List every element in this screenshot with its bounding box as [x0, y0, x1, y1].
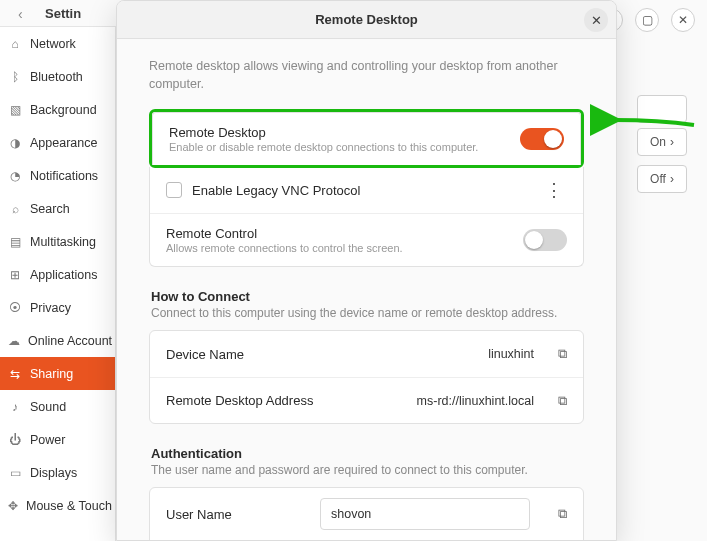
- mouse-touch-icon: ✥: [8, 499, 18, 513]
- applications-icon: ⊞: [8, 268, 22, 282]
- chevron-right-icon: ›: [670, 172, 674, 186]
- sidebar-item-label: Power: [30, 433, 65, 447]
- legacy-vnc-checkbox[interactable]: [166, 182, 182, 198]
- legacy-vnc-row: Enable Legacy VNC Protocol ⋮: [150, 167, 583, 213]
- sidebar-item-label: Privacy: [30, 301, 71, 315]
- network-icon: ⌂: [8, 37, 22, 51]
- sidebar-item-label: Applications: [30, 268, 97, 282]
- device-name-label: Device Name: [166, 347, 244, 362]
- username-input[interactable]: [320, 498, 530, 530]
- address-row: Remote Desktop Address ms-rd://linuxhint…: [150, 377, 583, 423]
- sidebar-item-bluetooth[interactable]: ᛒBluetooth: [0, 60, 115, 93]
- sidebar-item-notifications[interactable]: ◔Notifications: [0, 159, 115, 192]
- remote-desktop-dialog: Remote Desktop ✕ Remote desktop allows v…: [116, 0, 617, 541]
- remote-desktop-switch[interactable]: [520, 128, 564, 150]
- dialog-title: Remote Desktop: [315, 12, 418, 27]
- copy-address-button[interactable]: ⧉: [558, 393, 567, 409]
- bluetooth-icon: ᛒ: [8, 70, 22, 84]
- notifications-icon: ◔: [8, 169, 22, 183]
- sidebar-item-label: Sharing: [30, 367, 73, 381]
- sidebar-item-label: Multitasking: [30, 235, 96, 249]
- appearance-icon: ◑: [8, 136, 22, 150]
- settings-sidebar: ⌂NetworkᛒBluetooth▧Background◑Appearance…: [0, 26, 116, 541]
- sidebar-item-appearance[interactable]: ◑Appearance: [0, 126, 115, 159]
- copy-username-button[interactable]: ⧉: [558, 506, 567, 522]
- power-icon: ⏻: [8, 433, 22, 447]
- username-label: User Name: [166, 507, 232, 522]
- sidebar-item-sound[interactable]: ♪Sound: [0, 390, 115, 423]
- sidebar-item-applications[interactable]: ⊞Applications: [0, 258, 115, 291]
- background-icon: ▧: [8, 103, 22, 117]
- copy-device-name-button[interactable]: ⧉: [558, 346, 567, 362]
- remote-control-row: Remote Control Allows remote connections…: [150, 213, 583, 266]
- multitasking-icon: ▤: [8, 235, 22, 249]
- device-name-row: Device Name linuxhint ⧉: [150, 331, 583, 377]
- username-row: User Name ⧉: [150, 488, 583, 540]
- sidebar-item-label: Sound: [30, 400, 66, 414]
- sidebar-item-label: Mouse & Touch: [26, 499, 112, 513]
- remote-desktop-row: Remote Desktop Enable or disable remote …: [153, 113, 580, 165]
- remote-desktop-title: Remote Desktop: [169, 125, 478, 140]
- behind-toggle-off-label: Off: [650, 172, 666, 186]
- sidebar-item-multitasking[interactable]: ▤Multitasking: [0, 225, 115, 258]
- online-account-icon: ☁: [8, 334, 20, 348]
- sidebar-item-search[interactable]: ⌕Search: [0, 192, 115, 225]
- behind-toggle-off[interactable]: Off ›: [637, 165, 687, 193]
- sidebar-item-privacy[interactable]: ⦿Privacy: [0, 291, 115, 324]
- sidebar-item-power[interactable]: ⏻Power: [0, 423, 115, 456]
- settings-title: Settin: [45, 6, 81, 21]
- sidebar-item-displays[interactable]: ▭Displays: [0, 456, 115, 489]
- address-label: Remote Desktop Address: [166, 393, 313, 408]
- remote-control-switch[interactable]: [523, 229, 567, 251]
- close-button[interactable]: ✕: [584, 8, 608, 32]
- sidebar-item-label: Online Account: [28, 334, 112, 348]
- behind-field: [637, 95, 687, 123]
- device-name-value: linuxhint: [488, 347, 534, 361]
- sidebar-item-label: Appearance: [30, 136, 97, 150]
- sidebar-item-label: Bluetooth: [30, 70, 83, 84]
- sidebar-item-online-account[interactable]: ☁Online Account: [0, 324, 115, 357]
- close-icon: ✕: [591, 13, 602, 28]
- back-icon[interactable]: ‹: [18, 6, 23, 22]
- sidebar-item-label: Network: [30, 37, 76, 51]
- sharing-icon: ⇆: [8, 367, 22, 381]
- address-value: ms-rd://linuxhint.local: [417, 394, 534, 408]
- privacy-icon: ⦿: [8, 301, 22, 315]
- displays-icon: ▭: [8, 466, 22, 480]
- auth-heading: Authentication: [151, 446, 584, 461]
- how-to-connect-sub: Connect to this computer using the devic…: [151, 306, 584, 320]
- search-icon: ⌕: [8, 202, 22, 216]
- legacy-vnc-menu-button[interactable]: ⋮: [541, 181, 567, 199]
- highlight-box: Remote Desktop Enable or disable remote …: [149, 109, 584, 168]
- sidebar-item-mouse-touch[interactable]: ✥Mouse & Touch: [0, 489, 115, 522]
- sidebar-item-label: Notifications: [30, 169, 98, 183]
- sidebar-item-label: Search: [30, 202, 70, 216]
- how-to-connect-heading: How to Connect: [151, 289, 584, 304]
- auth-sub: The user name and password are required …: [151, 463, 584, 477]
- behind-toggle-on[interactable]: On ›: [637, 128, 687, 156]
- sidebar-item-background[interactable]: ▧Background: [0, 93, 115, 126]
- sound-icon: ♪: [8, 400, 22, 414]
- chevron-right-icon: ›: [670, 135, 674, 149]
- remote-control-title: Remote Control: [166, 226, 403, 241]
- remote-control-subtitle: Allows remote connections to control the…: [166, 242, 403, 254]
- sidebar-item-network[interactable]: ⌂Network: [0, 27, 115, 60]
- remote-desktop-subtitle: Enable or disable remote desktop connect…: [169, 141, 478, 153]
- sidebar-item-sharing[interactable]: ⇆Sharing: [0, 357, 115, 390]
- sidebar-item-label: Background: [30, 103, 97, 117]
- behind-toggle-on-label: On: [650, 135, 666, 149]
- dialog-header: Remote Desktop ✕: [117, 1, 616, 39]
- legacy-vnc-label: Enable Legacy VNC Protocol: [192, 183, 360, 198]
- sidebar-item-label: Displays: [30, 466, 77, 480]
- dialog-description: Remote desktop allows viewing and contro…: [149, 57, 579, 93]
- close-window-button[interactable]: ✕: [671, 8, 695, 32]
- maximize-button[interactable]: ▢: [635, 8, 659, 32]
